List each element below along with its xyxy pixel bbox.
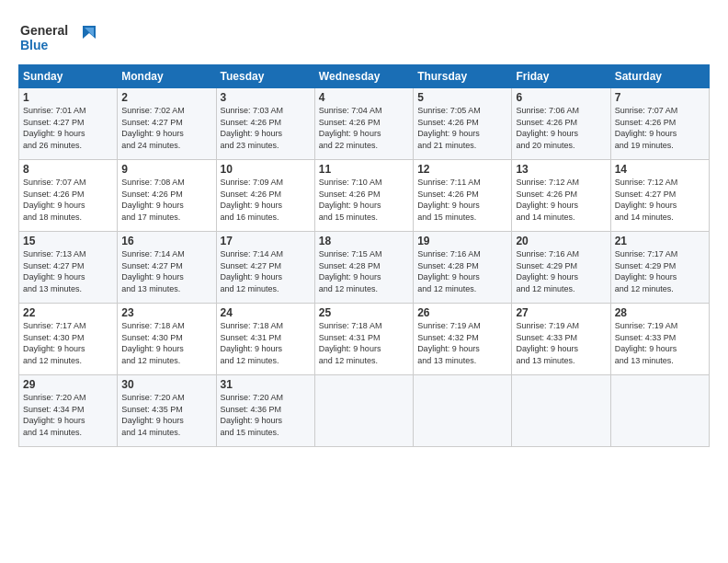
day-number: 13 <box>516 163 606 176</box>
day-info: Sunrise: 7:07 AMSunset: 4:26 PMDaylight:… <box>615 105 705 151</box>
calendar-cell: 18Sunrise: 7:15 AMSunset: 4:28 PMDayligh… <box>314 232 413 304</box>
calendar-cell: 15Sunrise: 7:13 AMSunset: 4:27 PMDayligh… <box>19 232 118 304</box>
day-number: 8 <box>23 163 113 176</box>
calendar-cell: 22Sunrise: 7:17 AMSunset: 4:30 PMDayligh… <box>19 304 118 375</box>
calendar-cell: 3Sunrise: 7:03 AMSunset: 4:26 PMDaylight… <box>216 88 314 160</box>
calendar-cell: 11Sunrise: 7:10 AMSunset: 4:26 PMDayligh… <box>314 160 413 232</box>
day-info: Sunrise: 7:20 AMSunset: 4:35 PMDaylight:… <box>121 392 211 438</box>
day-number: 15 <box>23 235 113 247</box>
day-number: 4 <box>319 91 409 104</box>
day-number: 7 <box>615 91 705 104</box>
day-number: 27 <box>516 306 606 319</box>
logo-svg: General Blue <box>18 18 101 55</box>
page-container: General Blue SundayMondayTuesdayWednesda… <box>0 0 728 458</box>
calendar-cell: 5Sunrise: 7:05 AMSunset: 4:26 PMDaylight… <box>414 88 512 160</box>
day-number: 21 <box>615 235 705 247</box>
calendar-cell: 29Sunrise: 7:20 AMSunset: 4:34 PMDayligh… <box>19 375 118 447</box>
day-number: 3 <box>221 91 311 104</box>
day-info: Sunrise: 7:18 AMSunset: 4:31 PMDaylight:… <box>319 320 409 366</box>
calendar-cell: 7Sunrise: 7:07 AMSunset: 4:26 PMDaylight… <box>610 88 709 160</box>
calendar-cell <box>610 375 709 447</box>
day-number: 2 <box>121 91 211 104</box>
day-info: Sunrise: 7:17 AMSunset: 4:30 PMDaylight:… <box>23 320 113 366</box>
day-info: Sunrise: 7:20 AMSunset: 4:34 PMDaylight:… <box>23 392 113 438</box>
day-info: Sunrise: 7:10 AMSunset: 4:26 PMDaylight:… <box>319 177 409 223</box>
day-number: 6 <box>516 91 606 104</box>
week-row-1: 1Sunrise: 7:01 AMSunset: 4:27 PMDaylight… <box>19 88 710 160</box>
week-row-5: 29Sunrise: 7:20 AMSunset: 4:34 PMDayligh… <box>19 375 710 447</box>
day-info: Sunrise: 7:12 AMSunset: 4:27 PMDaylight:… <box>615 177 705 223</box>
day-info: Sunrise: 7:13 AMSunset: 4:27 PMDaylight:… <box>23 248 113 294</box>
day-number: 16 <box>121 235 211 247</box>
calendar-cell: 9Sunrise: 7:08 AMSunset: 4:26 PMDaylight… <box>118 160 216 232</box>
day-info: Sunrise: 7:06 AMSunset: 4:26 PMDaylight:… <box>516 105 606 151</box>
calendar-cell: 31Sunrise: 7:20 AMSunset: 4:36 PMDayligh… <box>216 375 314 447</box>
day-number: 26 <box>417 306 507 319</box>
calendar-cell: 27Sunrise: 7:19 AMSunset: 4:33 PMDayligh… <box>512 304 610 375</box>
day-info: Sunrise: 7:05 AMSunset: 4:26 PMDaylight:… <box>417 105 507 151</box>
weekday-header-sunday: Sunday <box>19 65 118 88</box>
day-info: Sunrise: 7:14 AMSunset: 4:27 PMDaylight:… <box>221 248 311 294</box>
header: General Blue <box>18 15 710 59</box>
calendar-cell: 12Sunrise: 7:11 AMSunset: 4:26 PMDayligh… <box>414 160 512 232</box>
day-info: Sunrise: 7:16 AMSunset: 4:28 PMDaylight:… <box>417 248 507 294</box>
day-info: Sunrise: 7:07 AMSunset: 4:26 PMDaylight:… <box>23 177 113 223</box>
calendar-cell <box>414 375 512 447</box>
day-info: Sunrise: 7:15 AMSunset: 4:28 PMDaylight:… <box>319 248 409 294</box>
weekday-header-row: SundayMondayTuesdayWednesdayThursdayFrid… <box>19 65 710 88</box>
calendar-cell: 14Sunrise: 7:12 AMSunset: 4:27 PMDayligh… <box>610 160 709 232</box>
day-number: 28 <box>615 306 705 319</box>
calendar-table: SundayMondayTuesdayWednesdayThursdayFrid… <box>18 64 710 447</box>
calendar-cell: 26Sunrise: 7:19 AMSunset: 4:32 PMDayligh… <box>414 304 512 375</box>
calendar-cell: 20Sunrise: 7:16 AMSunset: 4:29 PMDayligh… <box>512 232 610 304</box>
weekday-header-saturday: Saturday <box>610 65 709 88</box>
calendar-cell: 13Sunrise: 7:12 AMSunset: 4:26 PMDayligh… <box>512 160 610 232</box>
day-info: Sunrise: 7:17 AMSunset: 4:29 PMDaylight:… <box>615 248 705 294</box>
day-info: Sunrise: 7:19 AMSunset: 4:33 PMDaylight:… <box>516 320 606 366</box>
day-info: Sunrise: 7:12 AMSunset: 4:26 PMDaylight:… <box>516 177 606 223</box>
logo: General Blue <box>18 18 101 59</box>
calendar-cell: 6Sunrise: 7:06 AMSunset: 4:26 PMDaylight… <box>512 88 610 160</box>
day-info: Sunrise: 7:04 AMSunset: 4:26 PMDaylight:… <box>319 105 409 151</box>
weekday-header-thursday: Thursday <box>414 65 512 88</box>
logo-text: General Blue <box>18 18 101 59</box>
day-number: 18 <box>319 235 409 247</box>
calendar-cell: 10Sunrise: 7:09 AMSunset: 4:26 PMDayligh… <box>216 160 314 232</box>
calendar-cell: 23Sunrise: 7:18 AMSunset: 4:30 PMDayligh… <box>118 304 216 375</box>
calendar-cell: 30Sunrise: 7:20 AMSunset: 4:35 PMDayligh… <box>118 375 216 447</box>
calendar-cell: 2Sunrise: 7:02 AMSunset: 4:27 PMDaylight… <box>118 88 216 160</box>
weekday-header-friday: Friday <box>512 65 610 88</box>
day-info: Sunrise: 7:14 AMSunset: 4:27 PMDaylight:… <box>121 248 211 294</box>
day-number: 29 <box>23 378 113 391</box>
day-info: Sunrise: 7:16 AMSunset: 4:29 PMDaylight:… <box>516 248 606 294</box>
weekday-header-monday: Monday <box>118 65 216 88</box>
day-number: 17 <box>221 235 311 247</box>
day-info: Sunrise: 7:19 AMSunset: 4:32 PMDaylight:… <box>417 320 507 366</box>
day-info: Sunrise: 7:18 AMSunset: 4:30 PMDaylight:… <box>121 320 211 366</box>
day-info: Sunrise: 7:03 AMSunset: 4:26 PMDaylight:… <box>221 105 311 151</box>
day-number: 19 <box>417 235 507 247</box>
day-number: 23 <box>121 306 211 319</box>
day-info: Sunrise: 7:19 AMSunset: 4:33 PMDaylight:… <box>615 320 705 366</box>
svg-text:Blue: Blue <box>20 38 49 52</box>
calendar-cell: 1Sunrise: 7:01 AMSunset: 4:27 PMDaylight… <box>19 88 118 160</box>
day-number: 25 <box>319 306 409 319</box>
calendar-cell: 8Sunrise: 7:07 AMSunset: 4:26 PMDaylight… <box>19 160 118 232</box>
day-number: 10 <box>221 163 311 176</box>
week-row-4: 22Sunrise: 7:17 AMSunset: 4:30 PMDayligh… <box>19 304 710 375</box>
calendar-cell <box>512 375 610 447</box>
calendar-cell <box>314 375 413 447</box>
calendar-cell: 4Sunrise: 7:04 AMSunset: 4:26 PMDaylight… <box>314 88 413 160</box>
day-number: 24 <box>221 306 311 319</box>
day-number: 1 <box>23 91 113 104</box>
calendar-cell: 24Sunrise: 7:18 AMSunset: 4:31 PMDayligh… <box>216 304 314 375</box>
day-number: 14 <box>615 163 705 176</box>
week-row-2: 8Sunrise: 7:07 AMSunset: 4:26 PMDaylight… <box>19 160 710 232</box>
day-info: Sunrise: 7:02 AMSunset: 4:27 PMDaylight:… <box>121 105 211 151</box>
calendar-cell: 28Sunrise: 7:19 AMSunset: 4:33 PMDayligh… <box>610 304 709 375</box>
day-info: Sunrise: 7:20 AMSunset: 4:36 PMDaylight:… <box>221 392 311 438</box>
week-row-3: 15Sunrise: 7:13 AMSunset: 4:27 PMDayligh… <box>19 232 710 304</box>
svg-text:General: General <box>20 23 68 38</box>
day-info: Sunrise: 7:01 AMSunset: 4:27 PMDaylight:… <box>23 105 113 151</box>
calendar-cell: 25Sunrise: 7:18 AMSunset: 4:31 PMDayligh… <box>314 304 413 375</box>
